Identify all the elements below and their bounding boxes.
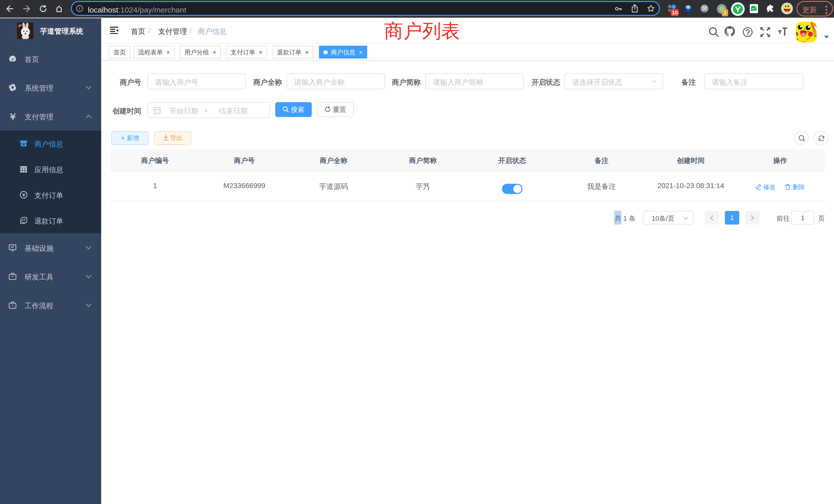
svg-text:￥: ￥ <box>21 192 26 198</box>
